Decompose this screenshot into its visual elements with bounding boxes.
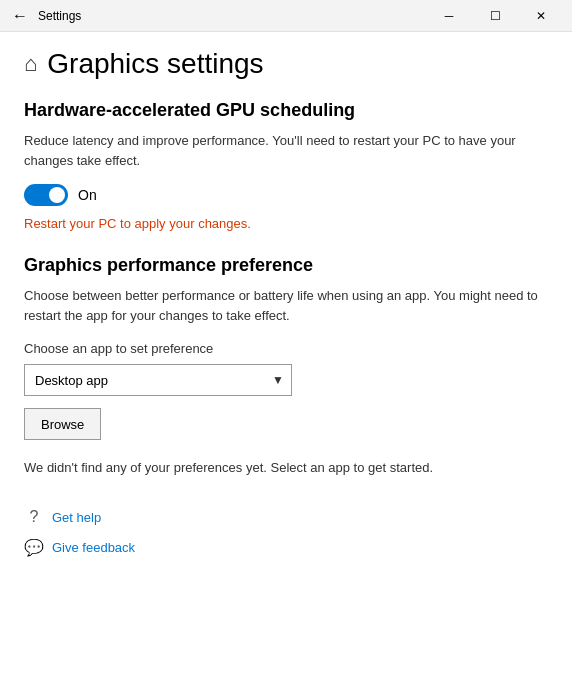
get-help-link[interactable]: ? Get help <box>24 507 548 527</box>
app-type-dropdown[interactable]: Desktop app Microsoft Store app <box>24 364 292 396</box>
footer: ? Get help 💬 Give feedback <box>24 507 548 557</box>
give-feedback-link[interactable]: 💬 Give feedback <box>24 537 548 557</box>
main-content: ⌂ Graphics settings Hardware-accelerated… <box>0 32 572 691</box>
minimize-button[interactable]: ─ <box>426 0 472 32</box>
window-controls: ─ ☐ ✕ <box>426 0 564 32</box>
toggle-thumb <box>49 187 65 203</box>
feedback-label: Give feedback <box>52 540 135 555</box>
restart-notice[interactable]: Restart your PC to apply your changes. <box>24 216 548 231</box>
empty-notice: We didn't find any of your preferences y… <box>24 460 548 475</box>
titlebar-title: Settings <box>38 9 426 23</box>
back-button[interactable]: ← <box>8 4 32 28</box>
dropdown-wrapper: Desktop app Microsoft Store app ▼ <box>24 364 292 396</box>
toggle-track <box>24 184 68 206</box>
toggle-row: On <box>24 184 548 206</box>
home-icon: ⌂ <box>24 51 37 77</box>
toggle-label: On <box>78 187 97 203</box>
help-icon: ? <box>24 507 44 527</box>
help-label: Get help <box>52 510 101 525</box>
gpu-scheduling-description: Reduce latency and improve performance. … <box>24 131 548 170</box>
graphics-preference-section: Graphics performance preference Choose b… <box>24 255 548 475</box>
maximize-button[interactable]: ☐ <box>472 0 518 32</box>
browse-button[interactable]: Browse <box>24 408 101 440</box>
page-header: ⌂ Graphics settings <box>24 48 548 80</box>
gpu-scheduling-title: Hardware-accelerated GPU scheduling <box>24 100 548 121</box>
graphics-preference-description: Choose between better performance or bat… <box>24 286 548 325</box>
close-button[interactable]: ✕ <box>518 0 564 32</box>
gpu-scheduling-section: Hardware-accelerated GPU scheduling Redu… <box>24 100 548 231</box>
feedback-icon: 💬 <box>24 537 44 557</box>
graphics-preference-title: Graphics performance preference <box>24 255 548 276</box>
gpu-scheduling-toggle[interactable] <box>24 184 68 206</box>
titlebar: ← Settings ─ ☐ ✕ <box>0 0 572 32</box>
page-title: Graphics settings <box>47 48 263 80</box>
choose-app-label: Choose an app to set preference <box>24 341 548 356</box>
